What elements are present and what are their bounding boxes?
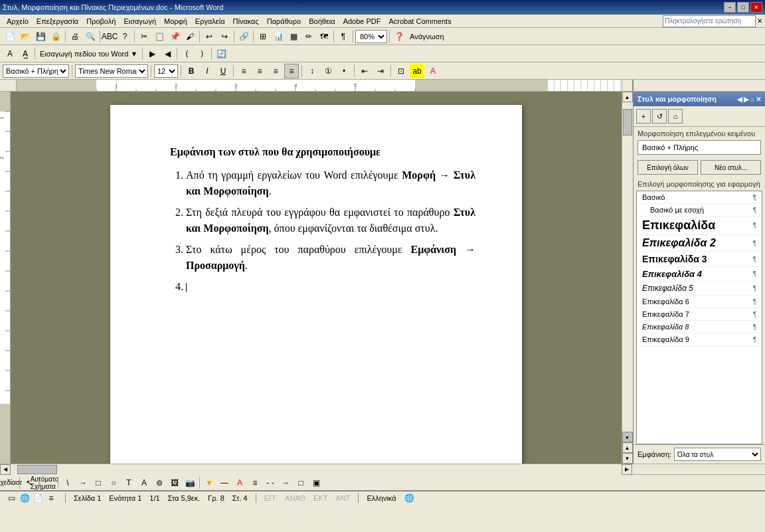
- drawing-button[interactable]: ✏: [301, 29, 316, 44]
- align-left-button[interactable]: ≡: [236, 64, 251, 78]
- research-button[interactable]: ?: [118, 29, 132, 44]
- open-button[interactable]: 📂: [18, 29, 33, 44]
- format-painter-button[interactable]: 🖌: [183, 29, 197, 44]
- arrow-button[interactable]: →: [76, 476, 90, 490]
- rect-button[interactable]: □: [91, 476, 106, 490]
- prev-field-button[interactable]: ◀: [160, 46, 175, 61]
- fontsize-selector[interactable]: 12: [154, 64, 178, 78]
- vertical-scrollbar[interactable]: ▲ ● ▲ ▼: [622, 92, 632, 464]
- 3d-button[interactable]: ▣: [309, 476, 323, 490]
- align-center-button[interactable]: ≡: [252, 64, 267, 78]
- copy-button[interactable]: 📋: [152, 29, 167, 44]
- styles-list[interactable]: Βασικό¶Βασικό με εσοχή¶Επικεφαλίδα¶Επικε…: [636, 191, 762, 444]
- style-item[interactable]: Επικεφαλίδα 4¶: [637, 267, 762, 282]
- document-area[interactable]: Εμφάνιση των στυλ που θα χρησιμοποιήσουμ…: [11, 92, 622, 464]
- scroll-prev-button[interactable]: ▲: [622, 442, 633, 453]
- oval-button[interactable]: ○: [106, 476, 121, 490]
- new-button[interactable]: 📄: [3, 29, 17, 44]
- numbering-button[interactable]: ①: [321, 64, 335, 78]
- style-heading-button[interactable]: Α̲: [18, 46, 33, 61]
- menu-item-πίνακας[interactable]: Πίνακας: [229, 16, 263, 27]
- select-all-button[interactable]: Επιλογή όλων: [638, 160, 698, 175]
- style-normal-button[interactable]: Α: [3, 46, 17, 61]
- table-button[interactable]: ⊞: [256, 29, 270, 44]
- hscroll-track[interactable]: [11, 464, 622, 475]
- style-item[interactable]: Επικεφαλίδα 5¶: [637, 282, 762, 296]
- font-color-button-draw[interactable]: A: [232, 476, 247, 490]
- scroll-track[interactable]: [622, 102, 633, 432]
- redo-button[interactable]: ↪: [217, 29, 232, 44]
- hyperlink-button[interactable]: 🔗: [236, 29, 251, 44]
- print-button[interactable]: 🖨: [68, 29, 82, 44]
- borders-button[interactable]: ⊡: [394, 64, 408, 78]
- align-right-button[interactable]: ≡: [268, 64, 283, 78]
- font-selector[interactable]: Times New Roman: [75, 64, 148, 78]
- hscroll-thumb[interactable]: [17, 465, 57, 474]
- italic-button[interactable]: I: [200, 64, 214, 78]
- search-close-icon[interactable]: ✕: [757, 17, 762, 25]
- maximize-button[interactable]: □: [737, 2, 749, 13]
- linespacing-button[interactable]: ↕: [305, 64, 319, 78]
- menu-item-επεξεργασία[interactable]: Επεξεργασία: [33, 16, 82, 27]
- tb2-btn4[interactable]: ⟩: [195, 46, 209, 61]
- tb2-btn3[interactable]: ⟨: [179, 46, 194, 61]
- web-view-icon[interactable]: 🌐: [19, 493, 31, 503]
- fill-color-button[interactable]: ▼: [202, 476, 216, 490]
- align-justify-button[interactable]: ≡: [284, 64, 299, 78]
- bullets-button[interactable]: •: [337, 64, 351, 78]
- search-input[interactable]: [663, 15, 756, 27]
- menu-item-βοήθεια[interactable]: Βοήθεια: [305, 16, 339, 27]
- increase-indent-button[interactable]: ⇥: [373, 64, 388, 78]
- track-changes-button[interactable]: 🔄: [214, 46, 228, 61]
- dash-style-button[interactable]: - -: [263, 476, 278, 490]
- styles-panel-home-icon[interactable]: ⌂: [750, 96, 754, 103]
- styles-new-button[interactable]: +: [636, 109, 651, 124]
- document-page[interactable]: Εμφάνιση των στυλ που θα χρησιμοποιήσουμ…: [110, 105, 522, 464]
- line-color-button[interactable]: —: [217, 476, 232, 490]
- style-item[interactable]: Επικεφαλίδα 2¶: [637, 235, 762, 252]
- style-item[interactable]: Επικεφαλίδα 8¶: [637, 321, 762, 333]
- permissions-button[interactable]: 🔒: [48, 29, 63, 44]
- diagram-button[interactable]: ⊚: [152, 476, 167, 490]
- textbox-button[interactable]: T: [122, 476, 136, 490]
- menu-item-προβολή[interactable]: Προβολή: [82, 16, 120, 27]
- autoshapes-button[interactable]: Αυτόματα Σχήματα ▼: [41, 476, 56, 490]
- scroll-next-button[interactable]: ▼: [622, 453, 633, 464]
- minimize-button[interactable]: −: [724, 2, 736, 13]
- style-item[interactable]: Επικεφαλίδα¶: [637, 217, 762, 235]
- preview-button[interactable]: 🔍: [83, 29, 98, 44]
- save-button[interactable]: 💾: [33, 29, 48, 44]
- outline-view-icon[interactable]: ≡: [45, 493, 57, 503]
- styles-panel-close-icon[interactable]: ✕: [756, 96, 761, 103]
- style-selector[interactable]: Βασικό + Πλήρη: [3, 64, 69, 78]
- spell-button[interactable]: ABC: [102, 29, 117, 44]
- hscroll-right-button[interactable]: ▶: [622, 464, 632, 475]
- line-style-button[interactable]: ≡: [248, 476, 262, 490]
- draw-button[interactable]: Σχεδίαση: [3, 476, 17, 490]
- docmap-button[interactable]: 🗺: [317, 29, 331, 44]
- bold-button[interactable]: B: [184, 64, 199, 78]
- styles-show-combo[interactable]: Όλα τα στυλ: [674, 448, 761, 461]
- style-item[interactable]: Επικεφαλίδα 6¶: [637, 296, 762, 308]
- shadow-button[interactable]: □: [294, 476, 308, 490]
- style-item[interactable]: Επικεφαλίδα 7¶: [637, 308, 762, 321]
- wordart-button[interactable]: A: [137, 476, 151, 490]
- menu-item-εργαλεία[interactable]: Εργαλεία: [191, 16, 229, 27]
- scroll-select-browse-object[interactable]: ●: [622, 432, 633, 442]
- picture-button[interactable]: 📷: [183, 476, 197, 490]
- menu-item-μορφή[interactable]: Μορφή: [160, 16, 191, 27]
- styles-refresh-button[interactable]: ↺: [652, 109, 667, 124]
- line-button[interactable]: \: [60, 476, 75, 490]
- style-item[interactable]: Επικεφαλίδα 3¶: [637, 252, 762, 267]
- styles-panel-back-icon[interactable]: ◀: [737, 96, 742, 103]
- print-view-icon[interactable]: 📄: [32, 493, 44, 503]
- styles-home-button[interactable]: ⌂: [668, 109, 683, 124]
- highlight-button[interactable]: ab: [410, 64, 424, 78]
- style-item[interactable]: Βασικό¶: [637, 191, 762, 204]
- close-button[interactable]: ✕: [750, 2, 762, 13]
- menu-item-αρχείο[interactable]: Αρχείο: [3, 16, 33, 27]
- styles-panel-forward-icon[interactable]: ▶: [744, 96, 749, 103]
- excel-button[interactable]: 📊: [271, 29, 286, 44]
- decrease-indent-button[interactable]: ⇤: [357, 64, 372, 78]
- scroll-thumb[interactable]: [623, 109, 632, 135]
